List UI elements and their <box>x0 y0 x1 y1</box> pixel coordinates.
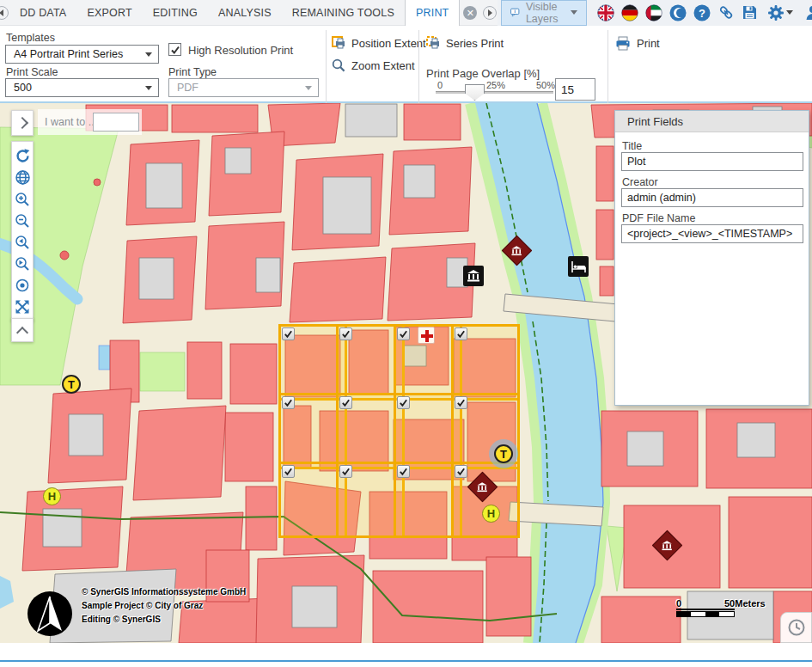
check-icon <box>284 398 293 407</box>
tick-25: 25% <box>486 80 505 90</box>
zoom-out-button[interactable] <box>12 210 33 231</box>
print-page-checkbox[interactable] <box>282 396 295 409</box>
bus-stop-icon: H <box>482 505 500 523</box>
full-extent-button[interactable] <box>12 296 33 317</box>
tab-editing[interactable]: EDITING <box>143 0 208 26</box>
overlap-value-input[interactable] <box>555 78 595 101</box>
hotel-bed-icon <box>568 256 589 277</box>
previous-extent-button[interactable] <box>12 231 33 253</box>
title-input[interactable] <box>621 152 803 171</box>
share-link-icon[interactable] <box>717 4 735 21</box>
i-want-to-input[interactable] <box>93 113 139 132</box>
check-icon <box>456 398 466 407</box>
language-arabic-flag-icon[interactable] <box>645 4 662 21</box>
zoom-in-button[interactable] <box>12 188 33 210</box>
info-bubble-icon: i <box>510 5 519 20</box>
series-print-icon <box>426 36 440 50</box>
print-page-checkbox[interactable] <box>397 396 410 409</box>
chevron-up-icon <box>16 326 28 338</box>
print-page-checkbox[interactable] <box>397 465 410 478</box>
tab-close-icon[interactable]: ✕ <box>463 6 477 20</box>
tabs-scroll-left-button[interactable] <box>0 6 9 20</box>
print-page-checkbox[interactable] <box>282 465 295 478</box>
zoom-extent-label: Zoom Extent <box>351 59 415 72</box>
sidebar-expand-button[interactable] <box>11 110 34 136</box>
pdf-file-name-input[interactable] <box>621 224 803 243</box>
language-english-flag-icon[interactable] <box>597 4 614 21</box>
copyright-line: Editing © SynerGIS <box>82 613 246 627</box>
visible-layers-dropdown[interactable]: i Visible Layers <box>501 0 587 26</box>
language-german-flag-icon[interactable] <box>621 4 638 21</box>
visible-layers-label: Visible Layers <box>526 1 565 25</box>
high-resolution-checkbox[interactable] <box>168 43 181 56</box>
magnifier-icon <box>332 58 345 72</box>
overlap-slider-handle[interactable] <box>465 84 485 101</box>
check-icon <box>341 467 351 476</box>
print-page-checkbox[interactable] <box>455 396 467 409</box>
globe-overview-button[interactable] <box>12 167 33 188</box>
chevron-down-icon <box>145 86 152 90</box>
title-label: Title <box>622 140 642 152</box>
copyright-line: Sample Project © City of Graz <box>82 599 246 613</box>
scale-zero-label: 0 <box>676 598 681 609</box>
toolbar-collapse-button[interactable] <box>11 318 34 342</box>
next-extent-button[interactable] <box>12 253 33 274</box>
series-print-button[interactable]: Series Print <box>426 36 504 50</box>
print-type-select[interactable]: PDF <box>168 78 319 97</box>
print-scale-value: 500 <box>14 82 32 94</box>
tab-remaining-tools[interactable]: REMAINING TOOLS <box>282 0 405 26</box>
print-page-checkbox[interactable] <box>339 396 352 409</box>
tab-add-data[interactable]: DD DATA <box>9 0 76 26</box>
print-type-value: PDF <box>177 82 198 94</box>
scale-distance-label: 50Meters <box>724 598 766 609</box>
map-viewport[interactable]: I want to ... T T H H Print Fields Title <box>0 103 812 643</box>
print-page-checkbox[interactable] <box>455 465 467 478</box>
print-button[interactable]: Print <box>615 36 660 51</box>
i-want-to-label: I want to ... <box>45 116 97 128</box>
print-scale-select[interactable]: 500 <box>5 78 159 97</box>
print-page-checkbox[interactable] <box>339 465 352 478</box>
clock-icon <box>787 618 806 637</box>
creator-input[interactable] <box>621 188 803 207</box>
chevron-down-icon <box>145 52 152 57</box>
check-icon <box>456 467 466 476</box>
help-icon[interactable]: ? <box>693 4 711 21</box>
position-extent-label: Position Extent <box>351 37 426 50</box>
user-icon <box>804 4 812 21</box>
settings-gear-button[interactable] <box>766 4 795 21</box>
tab-export[interactable]: EXPORT <box>76 0 142 26</box>
copyright-line: © SynerGIS Informationssysteme GmbH <box>82 585 246 599</box>
refresh-button[interactable] <box>12 145 33 167</box>
tram-stop-icon: T <box>494 444 513 463</box>
top-right-toolbar: i Visible Layers <box>498 0 812 26</box>
creator-label: Creator <box>622 176 658 188</box>
print-page-checkbox[interactable] <box>339 327 352 340</box>
print-page-checkbox[interactable] <box>282 327 295 340</box>
museum-square-icon <box>463 266 484 286</box>
templates-label: Templates <box>6 32 55 44</box>
save-icon[interactable] <box>742 4 759 21</box>
chevron-down-icon <box>571 10 577 15</box>
user-menu-button[interactable] <box>802 4 812 21</box>
overlap-slider-track[interactable] <box>436 91 553 94</box>
series-print-label: Series Print <box>446 37 504 50</box>
zoom-extent-button[interactable]: Zoom Extent <box>332 58 415 72</box>
position-extent-button[interactable]: Position Extent <box>332 36 426 50</box>
print-fields-header[interactable]: Print Fields <box>615 111 809 132</box>
history-clock-button[interactable] <box>780 612 812 643</box>
app-window: DD DATA EXPORT EDITING ANALYSIS REMAININ… <box>0 0 812 667</box>
templates-select[interactable]: A4 Portrait Print Series <box>5 45 159 64</box>
print-page-checkbox[interactable] <box>397 327 410 340</box>
tab-print[interactable]: PRINT <box>405 0 461 26</box>
tab-analysis[interactable]: ANALYSIS <box>208 0 282 26</box>
center-map-button[interactable] <box>12 274 33 296</box>
ribbon-print-tab-content: Templates A4 Portrait Print Series Print… <box>0 26 812 103</box>
check-icon <box>170 45 180 55</box>
print-page-checkbox[interactable] <box>455 327 467 340</box>
night-mode-moon-icon[interactable] <box>669 4 687 21</box>
tabs-scroll-right-button[interactable] <box>483 6 497 20</box>
arrow-right-icon <box>486 9 493 16</box>
arrow-left-icon <box>0 9 5 16</box>
check-icon <box>284 329 293 339</box>
check-icon <box>341 398 351 407</box>
